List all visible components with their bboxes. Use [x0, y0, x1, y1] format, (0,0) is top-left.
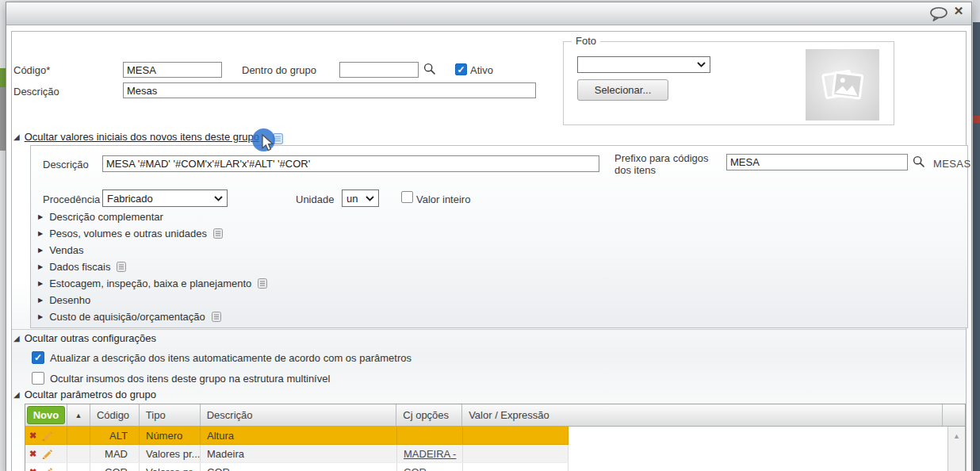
chevron-down-icon: [366, 196, 374, 201]
collapsible-item[interactable]: ▶Vendas: [38, 242, 267, 258]
grid-header-spacer: [943, 404, 965, 426]
selecionar-button[interactable]: Selecionar...: [577, 79, 668, 101]
collapsible-item[interactable]: ▶Desenho: [38, 292, 267, 308]
grid-header: Novo ▲ Código Tipo Descrição Cj opções V…: [25, 404, 965, 427]
collapsed-arrow-icon: ▶: [38, 264, 43, 270]
delete-row-icon[interactable]: ✖: [29, 431, 36, 440]
form-icon[interactable]: [212, 312, 221, 322]
cell-tipo: Número: [140, 427, 201, 444]
collapsible-item[interactable]: ▶Descrição complementar: [38, 209, 267, 225]
edit-row-icon[interactable]: [41, 466, 52, 471]
photo-placeholder[interactable]: [806, 49, 879, 121]
collapsible-item-label: Descrição complementar: [49, 211, 163, 223]
section-expanded-icon: ◢: [13, 391, 20, 399]
section-valores-iniciais-title: Ocultar valores iniciais dos novos itens…: [25, 131, 259, 143]
chevron-down-icon: [214, 196, 223, 201]
codigo-label: Código*: [13, 64, 50, 76]
dialog-titlebar[interactable]: [6, 2, 971, 25]
parametros-grid: Novo ▲ Código Tipo Descrição Cj opções V…: [25, 404, 966, 471]
procedencia-value: Fabricado: [107, 193, 153, 205]
form-icon[interactable]: [117, 262, 126, 272]
background-fragment: [973, 0, 980, 22]
grid-row[interactable]: ✖CORValores pr...CORCOR -: [25, 463, 568, 471]
cj-opcoes-link[interactable]: COR -: [404, 466, 433, 471]
section-valores-iniciais-header[interactable]: ◢ Ocultar valores iniciais dos novos ite…: [13, 131, 259, 143]
collapsed-arrow-icon: ▶: [38, 247, 43, 254]
collapsible-item[interactable]: ▶Estocagem, inspeção, baixa e planejamen…: [38, 275, 267, 292]
background-strip: [973, 22, 980, 471]
form-icon[interactable]: [213, 228, 223, 239]
config-checkbox[interactable]: [32, 372, 44, 385]
section-parametros-header[interactable]: ◢ Ocultar parâmetros do grupo: [13, 389, 156, 400]
cell-valor-expressao: [463, 445, 568, 462]
delete-row-icon[interactable]: ✖: [29, 468, 36, 471]
background-fragment: [0, 87, 6, 151]
mouse-cursor: [262, 134, 275, 155]
descricao-modelo-input[interactable]: [102, 155, 599, 172]
procedencia-label: Procedência: [43, 193, 100, 205]
comment-bubble-icon[interactable]: [929, 6, 948, 25]
edit-row-icon[interactable]: [41, 430, 52, 441]
grid-row[interactable]: ✖ALTNúmeroAltura: [25, 427, 568, 445]
section-expanded-icon: ◢: [13, 335, 20, 343]
procedencia-select[interactable]: Fabricado: [102, 190, 228, 207]
grid-row[interactable]: ✖MADValores pr...MadeiraMADEIRA -: [25, 445, 568, 463]
collapsible-item-label: Estocagem, inspeção, baixa e planejament…: [49, 278, 251, 289]
descricao-input[interactable]: [123, 82, 536, 98]
photo-stack-icon: [818, 63, 867, 106]
edit-row-icon[interactable]: [41, 448, 52, 459]
cell-cj-opcoes: MADEIRA -: [397, 445, 463, 462]
collapsed-arrow-icon: ▶: [38, 231, 43, 237]
collapsible-item[interactable]: ▶Dados fiscais: [38, 258, 267, 275]
grid-header-tipo[interactable]: Tipo: [140, 404, 201, 426]
collapsible-item-label: Dados fiscais: [49, 261, 110, 273]
grid-header-descricao[interactable]: Descrição: [201, 404, 397, 426]
cell-codigo: ALT: [90, 427, 140, 444]
section-outras-config-header[interactable]: ◢ Ocultar outras configurações: [13, 332, 156, 344]
form-icon[interactable]: [258, 278, 267, 289]
novo-button[interactable]: Novo: [27, 406, 65, 424]
collapsible-item[interactable]: ▶Pesos, volumes e outras unidades: [38, 225, 267, 242]
dentro-do-grupo-label: Dentro do grupo: [242, 64, 316, 76]
delete-row-icon[interactable]: ✖: [29, 450, 36, 458]
sort-asc-icon: ▲: [75, 412, 82, 419]
foto-select[interactable]: [577, 56, 710, 73]
row-actions: ✖: [25, 445, 67, 462]
search-icon[interactable]: [913, 155, 925, 171]
prefixo-input[interactable]: [726, 154, 908, 170]
prefixo-label: Prefixo para códigos dos itens: [614, 152, 711, 176]
valor-inteiro-label: Valor inteiro: [416, 193, 470, 205]
ativo-label: Ativo: [470, 64, 493, 76]
ativo-checkbox[interactable]: [455, 63, 467, 75]
cell-sort: [67, 427, 90, 444]
section-expanded-icon: ◢: [13, 133, 20, 141]
unidade-select[interactable]: un: [342, 190, 379, 207]
search-icon[interactable]: [423, 63, 436, 78]
config-checkbox-row: Atualizar a descrição dos itens automati…: [32, 347, 412, 368]
grid-scrollbar[interactable]: ▲: [947, 427, 965, 471]
cj-opcoes-link[interactable]: MADEIRA -: [404, 448, 456, 460]
codigo-input[interactable]: [123, 62, 222, 78]
dentro-do-grupo-input[interactable]: [339, 62, 419, 78]
section-outras-config-title: Ocultar outras configurações: [25, 332, 156, 344]
grid-header-codigo[interactable]: Código: [90, 404, 140, 426]
cell-valor-expressao: [463, 427, 568, 444]
collapsible-item[interactable]: ▶Custo de aquisição/orçamentação: [38, 308, 267, 325]
cell-cj-opcoes: [397, 427, 463, 444]
collapsible-item-label: Desenho: [49, 294, 90, 306]
close-icon[interactable]: ✕: [951, 4, 967, 18]
collapsed-arrow-icon: ▶: [38, 297, 43, 304]
descricao-label: Descrição: [13, 86, 59, 98]
config-checkbox[interactable]: [32, 351, 44, 364]
grid-header-sort[interactable]: ▲: [67, 404, 90, 426]
cell-sort: [67, 463, 90, 471]
collapsible-list: ▶Descrição complementar▶Pesos, volumes e…: [38, 209, 267, 325]
row-actions: ✖: [25, 463, 67, 471]
grid-header-valor-expressao[interactable]: Valor / Expressão: [462, 404, 943, 426]
background-fragment: [973, 116, 980, 123]
grid-header-cj-opcoes[interactable]: Cj opções: [396, 404, 462, 426]
valor-inteiro-checkbox[interactable]: [401, 191, 413, 203]
cell-descricao: Madeira: [201, 445, 397, 462]
scroll-up-icon: ▲: [948, 433, 965, 440]
chevron-down-icon: [697, 62, 706, 67]
